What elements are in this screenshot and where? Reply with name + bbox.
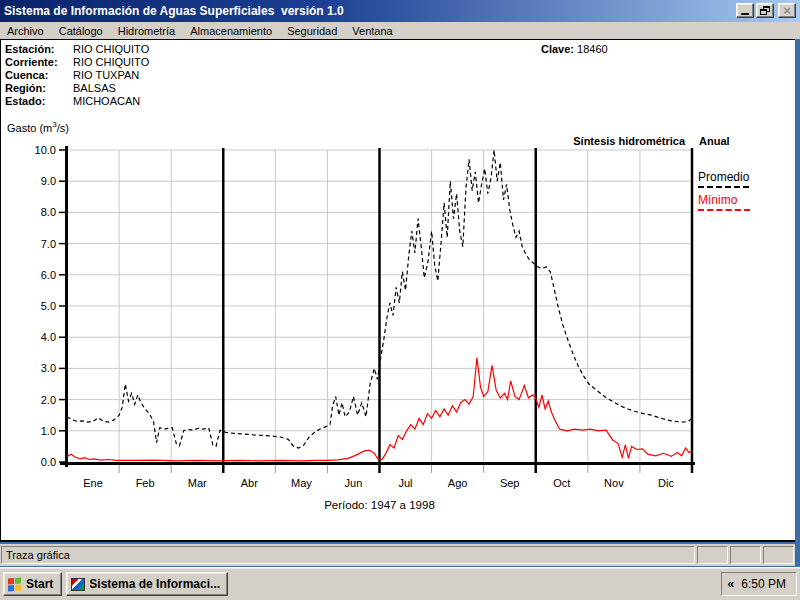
menu-bar: ArchivoCatálogoHidrometríaAlmacenamiento… (0, 22, 800, 39)
info-row: Región:BALSAS (5, 82, 149, 95)
clock[interactable]: 6:50 PM (741, 577, 786, 591)
y-tick-label: 8.0 (41, 206, 56, 218)
y-tick-label: 10.0 (35, 144, 56, 156)
taskbar-task-button[interactable]: Sistema de Informaci... (66, 572, 228, 596)
clave-value: 18460 (577, 43, 608, 55)
close-button[interactable]: × (778, 3, 796, 18)
y-tick-label: 3.0 (41, 362, 56, 374)
info-row: Estación:RIO CHIQUITO (5, 43, 149, 56)
chart-legend: Promedio Mínimo (698, 170, 750, 216)
x-month-label: Mar (188, 477, 207, 489)
info-row: Estado:MICHOACAN (5, 95, 149, 108)
x-month-label: Jun (345, 477, 363, 489)
x-month-label: Abr (241, 477, 258, 489)
client-area: Estación:RIO CHIQUITOCorriente:RIO CHIQU… (0, 39, 795, 542)
x-month-label: Nov (604, 477, 624, 489)
y-tick-label: 6.0 (41, 269, 56, 281)
menu-item-seguridad[interactable]: Seguridad (287, 25, 337, 37)
station-info: Estación:RIO CHIQUITOCorriente:RIO CHIQU… (5, 43, 149, 108)
restore-button[interactable] (756, 3, 774, 18)
app-icon (71, 578, 85, 591)
windows-logo-icon (8, 577, 22, 591)
system-tray: « 6:50 PM (721, 572, 797, 596)
x-month-label: May (291, 477, 312, 489)
y-tick-label: 7.0 (41, 238, 56, 250)
window-title: Sistema de Información de Aguas Superfic… (4, 4, 344, 18)
station-key: Clave: 18460 (541, 43, 608, 55)
status-pane-2 (730, 546, 761, 564)
info-value: MICHOACAN (73, 95, 140, 108)
x-month-label: Feb (136, 477, 155, 489)
y-tick-label: 4.0 (41, 331, 56, 343)
info-value: BALSAS (73, 82, 116, 95)
legend-minimo: Mínimo (698, 193, 750, 211)
x-month-label: Jul (399, 477, 413, 489)
y-tick-label: 9.0 (41, 175, 56, 187)
info-label: Región: (5, 82, 73, 95)
clave-label: Clave: (541, 43, 574, 55)
info-row: Cuenca:RIO TUXPAN (5, 69, 149, 82)
info-label: Estado: (5, 95, 73, 108)
x-month-label: Sep (500, 477, 520, 489)
legend-promedio: Promedio (698, 170, 749, 188)
status-pane-1 (697, 546, 728, 564)
window-controls: × (736, 3, 796, 18)
x-month-label: Ene (83, 477, 103, 489)
task-label: Sistema de Informaci... (89, 577, 220, 591)
info-value: RIO TUXPAN (73, 69, 139, 82)
info-row: Corriente:RIO CHIQUITO (5, 56, 149, 69)
y-tick-label: 5.0 (41, 300, 56, 312)
info-label: Corriente: (5, 56, 73, 69)
status-pane-3 (763, 546, 794, 564)
minimize-button[interactable] (736, 3, 754, 18)
x-month-label: Oct (553, 477, 570, 489)
period-annotation: Período: 1947 a 1998 (324, 499, 435, 511)
info-value: RIO CHIQUITO (73, 56, 149, 69)
y-tick-label: 0.0 (41, 456, 56, 468)
y-tick-label: 2.0 (41, 394, 56, 406)
info-value: RIO CHIQUITO (73, 43, 149, 56)
y-axis-title: Gasto (m3/s) (7, 120, 69, 134)
y-tick-label: 1.0 (41, 425, 56, 437)
hydrometric-chart: 0.01.02.03.04.05.06.07.08.09.010.0EneFeb… (1, 140, 759, 540)
info-label: Cuenca: (5, 69, 73, 82)
tray-chevron-icon[interactable]: « (728, 577, 734, 591)
title-bar[interactable]: Sistema de Información de Aguas Superfic… (0, 0, 800, 22)
start-button[interactable]: Start (3, 572, 62, 596)
x-month-label: Ago (448, 477, 468, 489)
restore-icon (760, 6, 770, 15)
menu-item-catalogo[interactable]: Catálogo (59, 25, 103, 37)
info-label: Estación: (5, 43, 73, 56)
x-month-label: Dic (658, 477, 674, 489)
close-icon: × (783, 5, 791, 16)
menu-item-archivo[interactable]: Archivo (7, 25, 44, 37)
status-message: Traza gráfica (1, 546, 695, 564)
menu-item-ventana[interactable]: Ventana (352, 25, 392, 37)
taskbar: Start Sistema de Informaci... « 6:50 PM (0, 567, 800, 600)
menu-item-hidrometria[interactable]: Hidrometría (118, 25, 175, 37)
menu-item-almacenamiento[interactable]: Almacenamiento (190, 25, 272, 37)
minimize-icon (741, 13, 749, 15)
status-bar: Traza gráfica (0, 544, 795, 566)
start-label: Start (26, 577, 53, 591)
